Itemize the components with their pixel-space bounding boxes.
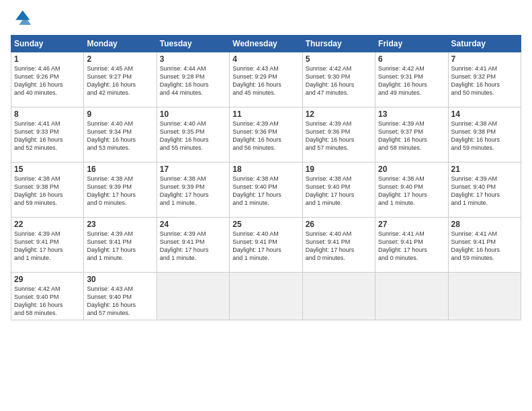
day-info: Sunrise: 4:42 AM Sunset: 9:30 PM Dayligh… <box>306 64 372 97</box>
calendar-cell: 11Sunrise: 4:39 AM Sunset: 9:36 PM Dayli… <box>230 107 302 163</box>
calendar-cell <box>157 273 229 320</box>
page: SundayMondayTuesdayWednesdayThursdayFrid… <box>0 0 532 411</box>
calendar-header-sunday: Sunday <box>11 36 84 52</box>
day-info: Sunrise: 4:44 AM Sunset: 9:28 PM Dayligh… <box>160 64 226 97</box>
calendar-header-tuesday: Tuesday <box>157 36 229 52</box>
day-info: Sunrise: 4:39 AM Sunset: 9:41 PM Dayligh… <box>14 230 81 263</box>
calendar-cell <box>302 273 375 320</box>
day-info: Sunrise: 4:38 AM Sunset: 9:38 PM Dayligh… <box>451 120 518 152</box>
day-info: Sunrise: 4:42 AM Sunset: 9:40 PM Dayligh… <box>14 285 81 318</box>
day-number: 30 <box>87 275 153 284</box>
calendar-cell: 15Sunrise: 4:38 AM Sunset: 9:38 PM Dayli… <box>11 163 84 218</box>
day-number: 13 <box>378 109 445 119</box>
day-info: Sunrise: 4:39 AM Sunset: 9:41 PM Dayligh… <box>160 230 226 263</box>
day-info: Sunrise: 4:40 AM Sunset: 9:41 PM Dayligh… <box>232 230 299 263</box>
day-number: 25 <box>232 220 299 229</box>
day-number: 15 <box>14 165 81 174</box>
calendar-cell: 3Sunrise: 4:44 AM Sunset: 9:28 PM Daylig… <box>157 52 229 107</box>
day-number: 2 <box>87 54 153 64</box>
calendar-week-5: 29Sunrise: 4:42 AM Sunset: 9:40 PM Dayli… <box>11 273 521 320</box>
day-number: 28 <box>451 220 518 229</box>
calendar-cell: 7Sunrise: 4:41 AM Sunset: 9:32 PM Daylig… <box>448 52 521 107</box>
day-info: Sunrise: 4:43 AM Sunset: 9:40 PM Dayligh… <box>87 285 153 318</box>
calendar-cell: 17Sunrise: 4:38 AM Sunset: 9:39 PM Dayli… <box>157 163 229 218</box>
calendar-cell: 9Sunrise: 4:40 AM Sunset: 9:34 PM Daylig… <box>84 107 157 163</box>
day-number: 5 <box>306 54 372 64</box>
calendar-header-saturday: Saturday <box>448 36 521 52</box>
calendar-header-wednesday: Wednesday <box>230 36 302 52</box>
day-info: Sunrise: 4:41 AM Sunset: 9:41 PM Dayligh… <box>378 230 445 263</box>
calendar-cell <box>230 273 302 320</box>
day-number: 22 <box>14 220 81 229</box>
day-info: Sunrise: 4:38 AM Sunset: 9:38 PM Dayligh… <box>14 175 81 208</box>
day-info: Sunrise: 4:38 AM Sunset: 9:40 PM Dayligh… <box>232 175 299 208</box>
calendar-cell: 5Sunrise: 4:42 AM Sunset: 9:30 PM Daylig… <box>302 52 375 107</box>
day-info: Sunrise: 4:39 AM Sunset: 9:36 PM Dayligh… <box>306 120 372 152</box>
logo-icon <box>11 8 32 30</box>
header <box>11 8 521 30</box>
calendar-cell: 29Sunrise: 4:42 AM Sunset: 9:40 PM Dayli… <box>11 273 84 320</box>
day-number: 27 <box>378 220 445 229</box>
day-number: 9 <box>87 109 153 119</box>
svg-marker-0 <box>15 11 30 20</box>
day-number: 11 <box>232 109 299 119</box>
calendar-cell: 6Sunrise: 4:42 AM Sunset: 9:31 PM Daylig… <box>375 52 448 107</box>
calendar-cell: 30Sunrise: 4:43 AM Sunset: 9:40 PM Dayli… <box>84 273 157 320</box>
calendar-cell: 18Sunrise: 4:38 AM Sunset: 9:40 PM Dayli… <box>230 163 302 218</box>
calendar-cell: 19Sunrise: 4:38 AM Sunset: 9:40 PM Dayli… <box>302 163 375 218</box>
day-number: 3 <box>160 54 226 64</box>
day-info: Sunrise: 4:40 AM Sunset: 9:35 PM Dayligh… <box>160 120 226 152</box>
calendar-header-monday: Monday <box>84 36 157 52</box>
calendar-week-2: 8Sunrise: 4:41 AM Sunset: 9:33 PM Daylig… <box>11 107 521 163</box>
day-number: 21 <box>451 165 518 174</box>
day-number: 18 <box>232 165 299 174</box>
day-info: Sunrise: 4:38 AM Sunset: 9:40 PM Dayligh… <box>378 175 445 208</box>
logo <box>11 8 35 30</box>
day-info: Sunrise: 4:41 AM Sunset: 9:41 PM Dayligh… <box>451 230 518 263</box>
day-info: Sunrise: 4:40 AM Sunset: 9:34 PM Dayligh… <box>87 120 153 152</box>
day-number: 19 <box>306 165 372 174</box>
calendar-cell: 8Sunrise: 4:41 AM Sunset: 9:33 PM Daylig… <box>11 107 84 163</box>
day-number: 23 <box>87 220 153 229</box>
calendar-cell: 10Sunrise: 4:40 AM Sunset: 9:35 PM Dayli… <box>157 107 229 163</box>
calendar-cell: 2Sunrise: 4:45 AM Sunset: 9:27 PM Daylig… <box>84 52 157 107</box>
calendar-cell <box>375 273 448 320</box>
calendar-week-4: 22Sunrise: 4:39 AM Sunset: 9:41 PM Dayli… <box>11 218 521 273</box>
day-info: Sunrise: 4:38 AM Sunset: 9:39 PM Dayligh… <box>87 175 153 208</box>
day-number: 8 <box>14 109 81 119</box>
day-number: 29 <box>14 275 81 284</box>
day-info: Sunrise: 4:41 AM Sunset: 9:33 PM Dayligh… <box>14 120 81 152</box>
calendar-cell: 23Sunrise: 4:39 AM Sunset: 9:41 PM Dayli… <box>84 218 157 273</box>
calendar-cell: 14Sunrise: 4:38 AM Sunset: 9:38 PM Dayli… <box>448 107 521 163</box>
day-info: Sunrise: 4:42 AM Sunset: 9:31 PM Dayligh… <box>378 64 445 97</box>
calendar-cell: 4Sunrise: 4:43 AM Sunset: 9:29 PM Daylig… <box>230 52 302 107</box>
calendar-cell: 16Sunrise: 4:38 AM Sunset: 9:39 PM Dayli… <box>84 163 157 218</box>
day-info: Sunrise: 4:41 AM Sunset: 9:32 PM Dayligh… <box>451 64 518 97</box>
day-info: Sunrise: 4:38 AM Sunset: 9:39 PM Dayligh… <box>160 175 226 208</box>
calendar-cell: 28Sunrise: 4:41 AM Sunset: 9:41 PM Dayli… <box>448 218 521 273</box>
calendar-week-1: 1Sunrise: 4:46 AM Sunset: 9:26 PM Daylig… <box>11 52 521 107</box>
day-number: 20 <box>378 165 445 174</box>
day-info: Sunrise: 4:40 AM Sunset: 9:41 PM Dayligh… <box>306 230 372 263</box>
day-info: Sunrise: 4:39 AM Sunset: 9:40 PM Dayligh… <box>451 175 518 208</box>
day-number: 12 <box>306 109 372 119</box>
calendar-week-3: 15Sunrise: 4:38 AM Sunset: 9:38 PM Dayli… <box>11 163 521 218</box>
calendar-cell: 25Sunrise: 4:40 AM Sunset: 9:41 PM Dayli… <box>230 218 302 273</box>
day-info: Sunrise: 4:38 AM Sunset: 9:40 PM Dayligh… <box>306 175 372 208</box>
calendar-cell: 12Sunrise: 4:39 AM Sunset: 9:36 PM Dayli… <box>302 107 375 163</box>
calendar-cell: 1Sunrise: 4:46 AM Sunset: 9:26 PM Daylig… <box>11 52 84 107</box>
day-number: 17 <box>160 165 226 174</box>
calendar-cell: 26Sunrise: 4:40 AM Sunset: 9:41 PM Dayli… <box>302 218 375 273</box>
day-number: 6 <box>378 54 445 64</box>
calendar-cell: 21Sunrise: 4:39 AM Sunset: 9:40 PM Dayli… <box>448 163 521 218</box>
day-number: 26 <box>306 220 372 229</box>
calendar-cell <box>448 273 521 320</box>
calendar: SundayMondayTuesdayWednesdayThursdayFrid… <box>11 35 521 320</box>
calendar-cell: 27Sunrise: 4:41 AM Sunset: 9:41 PM Dayli… <box>375 218 448 273</box>
calendar-header-friday: Friday <box>375 36 448 52</box>
calendar-header-thursday: Thursday <box>302 36 375 52</box>
day-number: 16 <box>87 165 153 174</box>
day-number: 7 <box>451 54 518 64</box>
calendar-cell: 22Sunrise: 4:39 AM Sunset: 9:41 PM Dayli… <box>11 218 84 273</box>
day-info: Sunrise: 4:39 AM Sunset: 9:41 PM Dayligh… <box>87 230 153 263</box>
